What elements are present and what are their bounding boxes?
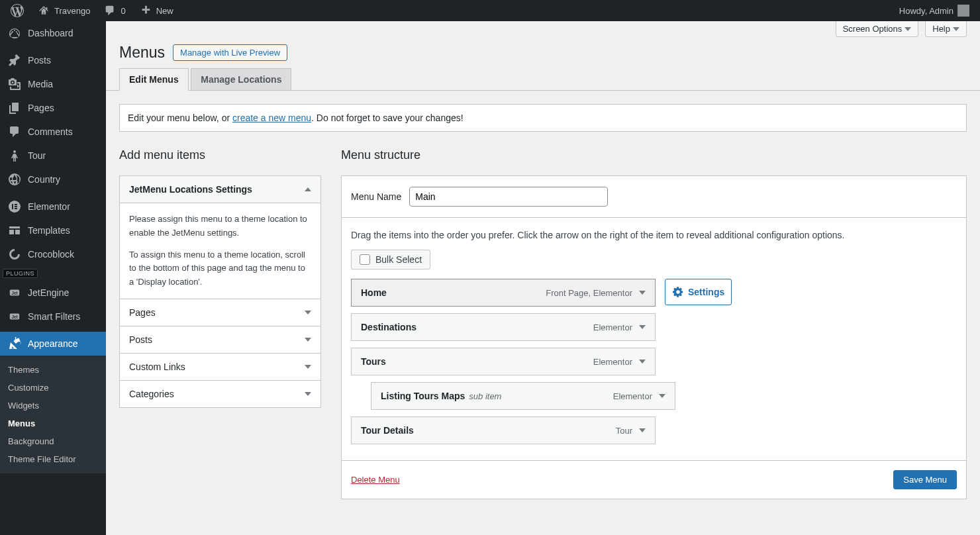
submenu-background[interactable]: Background: [0, 432, 106, 450]
dashboard-icon: [8, 26, 21, 40]
menu-structure-box: Menu Name Drag the items into the order …: [341, 175, 967, 499]
panel-pages: Pages: [119, 299, 321, 326]
screen-options-button[interactable]: Screen Options: [836, 21, 919, 37]
menu-pages[interactable]: Pages: [0, 96, 106, 120]
item-settings-button[interactable]: Settings: [665, 279, 732, 305]
avatar: [957, 5, 969, 17]
crocoblock-icon: [8, 248, 21, 261]
new-link[interactable]: New: [134, 0, 179, 21]
admin-bar: Travengo 0 New Howdy, Admin: [0, 0, 980, 21]
svg-rect-5: [15, 208, 17, 209]
panel-jetmenu-header[interactable]: JetMenu Locations Settings: [120, 176, 320, 203]
menu-item-sublabel: sub item: [465, 391, 501, 401]
tab-edit-menus[interactable]: Edit Menus: [119, 68, 189, 91]
wp-logo[interactable]: [5, 0, 29, 21]
pin-icon: [8, 54, 21, 67]
svg-rect-4: [15, 206, 17, 207]
submenu-menus[interactable]: Menus: [0, 414, 106, 432]
site-name-link[interactable]: Travengo: [32, 0, 95, 21]
submenu-customize[interactable]: Customize: [0, 379, 106, 397]
chevron-down-icon[interactable]: [639, 428, 646, 432]
menu-item-type: Elementor: [613, 391, 659, 401]
appearance-submenu: Themes Customize Widgets Menus Backgroun…: [0, 356, 106, 473]
elementor-icon: [8, 200, 21, 213]
svg-rect-3: [15, 204, 17, 205]
submenu-widgets[interactable]: Widgets: [0, 397, 106, 414]
account-link[interactable]: Howdy, Admin: [894, 0, 975, 21]
menu-item-title: Tour Details: [361, 425, 414, 436]
gear-icon: [672, 286, 684, 298]
comments-link[interactable]: 0: [98, 0, 130, 21]
site-title-text: Travengo: [54, 6, 90, 16]
svg-text:Jet: Jet: [11, 291, 18, 295]
panel-custom-links: Custom Links: [119, 353, 321, 381]
comments-icon: [8, 125, 21, 138]
chevron-down-icon: [905, 27, 911, 31]
menu-item[interactable]: ToursElementor: [351, 348, 656, 375]
drag-hint-text: Drag the items into the order you prefer…: [342, 218, 966, 240]
content-area: Screen Options Help Menus Manage with Li…: [106, 21, 980, 535]
tab-manage-locations[interactable]: Manage Locations: [191, 68, 291, 90]
panel-categories-header[interactable]: Categories: [120, 381, 320, 407]
menu-posts[interactable]: Posts: [0, 48, 106, 72]
chevron-down-icon[interactable]: [639, 325, 646, 329]
menu-tour[interactable]: Tour: [0, 144, 106, 168]
chevron-down-icon: [305, 338, 311, 342]
chevron-down-icon: [305, 365, 311, 369]
templates-icon: [8, 224, 21, 237]
menu-item-type: Elementor: [593, 322, 639, 332]
nav-tabs: Edit Menus Manage Locations: [106, 68, 980, 91]
menu-templates[interactable]: Templates: [0, 219, 106, 242]
panel-pages-header[interactable]: Pages: [120, 299, 320, 326]
menu-country[interactable]: Country: [0, 168, 106, 191]
menu-item-type: Front Page, Elementor: [546, 288, 639, 298]
menu-media[interactable]: Media: [0, 72, 106, 96]
help-button[interactable]: Help: [925, 21, 967, 37]
menu-jetengine[interactable]: Jet JetEngine: [0, 281, 106, 305]
menu-item-title: Listing Tours Maps: [381, 391, 465, 401]
info-notice: Edit your menu below, or create a new me…: [119, 104, 967, 132]
submenu-theme-file-editor[interactable]: Theme File Editor: [0, 450, 106, 468]
delete-menu-link[interactable]: Delete Menu: [351, 475, 400, 485]
chevron-down-icon[interactable]: [639, 291, 646, 295]
menu-item[interactable]: Tour DetailsTour: [351, 416, 656, 444]
menu-appearance[interactable]: Appearance: [0, 332, 106, 356]
menu-dashboard[interactable]: Dashboard: [0, 21, 106, 45]
menu-item[interactable]: HomeFront Page, Elementor: [351, 279, 656, 307]
save-menu-button[interactable]: Save Menu: [893, 470, 957, 489]
panel-posts-header[interactable]: Posts: [120, 326, 320, 353]
menu-item-title: Home: [361, 287, 387, 298]
create-menu-link[interactable]: create a new menu: [232, 113, 311, 123]
chevron-up-icon: [305, 187, 311, 191]
chevron-down-icon[interactable]: [639, 360, 646, 364]
menu-item[interactable]: Listing Tours Mapssub itemElementor: [371, 382, 675, 410]
plugins-separator-label: PLUGINS: [3, 269, 38, 278]
media-icon: [8, 77, 21, 91]
comment-icon: [103, 4, 117, 17]
comments-count: 0: [121, 6, 125, 16]
howdy-text: Howdy, Admin: [899, 6, 954, 16]
svg-point-0: [13, 150, 16, 153]
menu-item-type: Elementor: [593, 357, 639, 367]
chevron-down-icon[interactable]: [659, 394, 665, 398]
menu-items-list: HomeFront Page, ElementorSettingsDestina…: [342, 279, 966, 460]
chevron-down-icon: [305, 392, 311, 396]
menu-name-input[interactable]: [409, 187, 608, 207]
chevron-down-icon: [305, 311, 311, 315]
menu-comments[interactable]: Comments: [0, 120, 106, 144]
plus-icon: [139, 4, 152, 17]
submenu-themes[interactable]: Themes: [0, 361, 106, 379]
menu-item-type: Tour: [616, 426, 639, 436]
panel-custom-links-header[interactable]: Custom Links: [120, 354, 320, 380]
menu-item[interactable]: DestinationsElementor: [351, 313, 656, 341]
menu-item-title: Destinations: [361, 322, 416, 332]
live-preview-button[interactable]: Manage with Live Preview: [173, 44, 287, 61]
tour-icon: [8, 149, 21, 162]
appearance-icon: [8, 337, 21, 350]
bulk-select-checkbox[interactable]: [360, 254, 370, 265]
bulk-select-button[interactable]: Bulk Select: [351, 250, 430, 269]
menu-smartfilters[interactable]: Jet Smart Filters: [0, 305, 106, 328]
menu-name-label: Menu Name: [351, 191, 401, 202]
menu-elementor[interactable]: Elementor: [0, 195, 106, 219]
menu-crocoblock[interactable]: Crocoblock: [0, 242, 106, 266]
